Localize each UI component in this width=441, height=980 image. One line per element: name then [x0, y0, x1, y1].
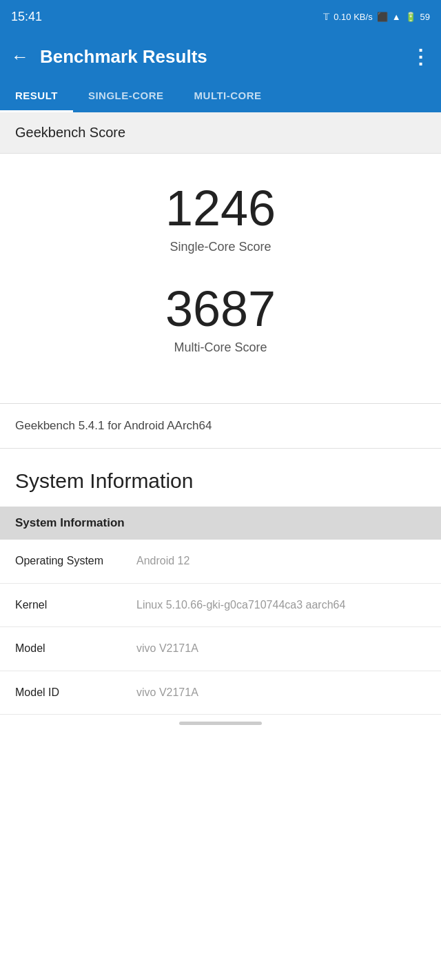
single-core-score-label: Single-Core Score: [170, 240, 271, 254]
info-row-model: Model vivo V2171A: [0, 627, 441, 671]
tab-result[interactable]: RESULT: [0, 80, 73, 111]
multi-core-score-label: Multi-Core Score: [174, 340, 267, 355]
scroll-bar: [179, 722, 262, 725]
wifi-icon: ▲: [392, 12, 401, 22]
label-os: Operating System: [15, 553, 125, 569]
scroll-indicator: [0, 715, 441, 729]
label-model-id: Model ID: [15, 685, 125, 700]
label-kernel: Kernel: [15, 598, 125, 613]
info-row-model-id: Model ID vivo V2171A: [0, 671, 441, 715]
menu-button[interactable]: ⋮: [411, 45, 430, 68]
multi-core-score-value: 3687: [165, 282, 276, 336]
battery-icon: 🔋: [405, 12, 416, 22]
network-speed: 0.10 KB/s: [334, 12, 372, 22]
table-section-title: System Information: [15, 516, 125, 529]
value-os: Android 12: [136, 553, 426, 569]
status-icons: 𝕋 0.10 KB/s ⬛ ▲ 🔋 59: [323, 12, 430, 22]
screenshot-icon: ⬛: [377, 12, 388, 22]
tab-single-core[interactable]: SINGLE-CORE: [73, 80, 179, 111]
version-line: Geekbench 5.4.1 for Android AArch64: [0, 404, 441, 449]
info-row-os: Operating System Android 12: [0, 540, 441, 583]
value-model-id: vivo V2171A: [136, 685, 426, 700]
status-time: 15:41: [11, 10, 42, 24]
system-info-section: System Information: [0, 449, 441, 507]
header-left: ← Benchmark Results: [11, 46, 207, 68]
table-section-header: System Information: [0, 507, 441, 540]
tab-bar: RESULT SINGLE-CORE MULTI-CORE: [0, 80, 441, 112]
status-bar: 15:41 𝕋 0.10 KB/s ⬛ ▲ 🔋 59: [0, 0, 441, 33]
geekbench-section-header: Geekbench Score: [0, 112, 441, 154]
info-row-kernel: Kernel Linux 5.10.66-gki-g0ca710744ca3 a…: [0, 584, 441, 627]
tab-multi-core[interactable]: MULTI-CORE: [179, 80, 277, 111]
back-button[interactable]: ←: [11, 48, 29, 65]
network-icon: 𝕋: [323, 12, 329, 22]
scores-area: 1246 Single-Core Score 3687 Multi-Core S…: [0, 154, 441, 403]
value-model: vivo V2171A: [136, 641, 426, 656]
system-info-title: System Information: [15, 469, 193, 492]
geekbench-section-title: Geekbench Score: [15, 125, 125, 140]
single-core-score-value: 1246: [165, 181, 276, 236]
app-header: ← Benchmark Results ⋮: [0, 33, 441, 80]
label-model: Model: [15, 641, 125, 656]
battery-level: 59: [420, 12, 430, 22]
value-kernel: Linux 5.10.66-gki-g0ca710744ca3 aarch64: [136, 598, 426, 613]
page-title: Benchmark Results: [40, 46, 207, 68]
